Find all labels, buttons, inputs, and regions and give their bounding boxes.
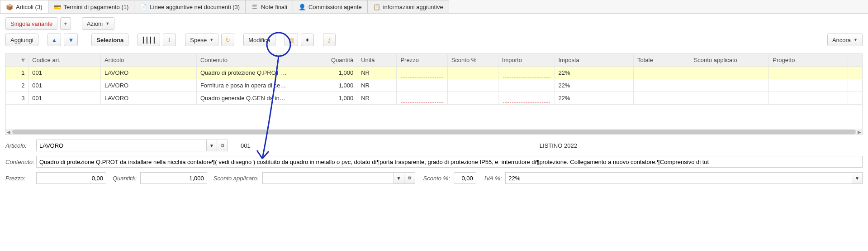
dropdown-button[interactable]: ▼ <box>206 140 217 151</box>
cell-tax: 22% <box>555 79 634 92</box>
cell-proj <box>769 79 848 92</box>
puzzle-button[interactable]: ✦ <box>301 34 314 46</box>
list-icon: ☰ <box>251 3 258 10</box>
table-row[interactable]: 2 001 LAVORO Fornitura e posa in opera d… <box>6 79 862 92</box>
cell-price <box>397 67 447 79</box>
box-icon: 📦 <box>6 3 13 10</box>
cell-amt <box>498 67 555 79</box>
arrow-down-icon: ▼ <box>68 37 74 43</box>
refresh-button[interactable]: ↻ <box>221 34 234 46</box>
ancora-button[interactable]: Ancora▼ <box>827 34 863 46</box>
quantita-input[interactable] <box>140 172 207 184</box>
cell-end <box>848 79 862 92</box>
cell-proj <box>769 92 848 105</box>
scroll-right-icon[interactable]: ▶ <box>857 130 862 135</box>
tab-label: Articoli (3) <box>16 4 43 10</box>
prezzo-input[interactable] <box>36 172 106 184</box>
cell-code: 001 <box>28 79 101 92</box>
prezzo-label: Prezzo: <box>5 175 36 182</box>
sconto-pct-label: Sconto %: <box>423 175 450 182</box>
seleziona-button[interactable]: Seleziona <box>91 34 128 46</box>
cell-unit: NR <box>357 67 397 79</box>
cell-disc <box>447 92 498 105</box>
aggiungi-button[interactable]: Aggiungi <box>5 34 38 46</box>
tab-informazioni-aggiuntive[interactable]: 📋 informazioni aggiuntive <box>367 0 449 13</box>
col-importo[interactable]: Importo <box>498 54 555 67</box>
card-icon: 💳 <box>54 3 61 10</box>
cell-cont: Quadro di protezione Q.PROT … <box>196 67 315 79</box>
card-action-button[interactable]: ▦ <box>285 34 298 46</box>
barcode-icon: ┃┃┃┃ <box>142 37 156 43</box>
cell-code: 001 <box>28 92 101 105</box>
dropdown-button[interactable]: ▼ <box>394 172 404 184</box>
azioni-button[interactable]: Azioni▼ <box>82 17 114 30</box>
add-variant-button[interactable]: + <box>60 17 71 30</box>
iva-input[interactable] <box>505 172 852 184</box>
contenuto-label: Contenuto: <box>5 159 36 165</box>
cell-cont: Quadro generale Q.GEN da in… <box>196 92 315 105</box>
cell-tax: 22% <box>555 67 634 79</box>
cell-unit: NR <box>357 92 397 105</box>
move-down-button[interactable]: ▼ <box>64 34 78 46</box>
sconto-pct-input[interactable] <box>454 172 476 184</box>
cell-qty: 1,000 <box>315 67 357 79</box>
cell-amt <box>498 79 555 92</box>
cell-art: LAVORO <box>100 79 196 92</box>
cell-tot <box>634 92 690 105</box>
puzzle-icon: ✦ <box>305 37 310 43</box>
card-icon: ▦ <box>289 37 294 43</box>
table-row[interactable]: 1 001 LAVORO Quadro di protezione Q.PROT… <box>6 67 862 79</box>
col-unita[interactable]: Unità <box>357 54 397 67</box>
cell-idx: 2 <box>6 79 28 92</box>
tab-commissioni-agente[interactable]: 👤 Commissioni agente <box>293 0 368 13</box>
singola-variante-button[interactable]: Singola variante <box>5 17 57 30</box>
import-button[interactable]: ⬇ <box>163 34 176 46</box>
col-sconto-applicato[interactable]: Sconto applicato <box>690 54 769 67</box>
tab-linee-aggiuntive[interactable]: 📄 Linee aggiuntive nei documenti (3) <box>134 0 246 13</box>
col-sconto[interactable]: Sconto % <box>447 54 498 67</box>
dropdown-button[interactable]: ▼ <box>852 172 863 184</box>
barcode-button[interactable]: ┃┃┃┃ <box>138 34 160 46</box>
col-codice[interactable]: Codice art. <box>28 54 101 67</box>
cell-amt <box>498 92 555 105</box>
articolo-field-group: ▼ ⧉ <box>36 140 228 151</box>
cell-price <box>397 92 447 105</box>
cell-end <box>848 67 862 79</box>
col-quantita[interactable]: Quantità <box>315 54 357 67</box>
person-icon: 👤 <box>299 3 306 10</box>
articles-table-wrap: # Codice art. Articolo Contenuto Quantit… <box>5 53 863 135</box>
modifica-button[interactable]: Modifica <box>243 34 275 46</box>
sconto-applicato-group: ▼ ⧉ <box>262 172 415 184</box>
key-button[interactable]: ⚷ <box>323 34 336 46</box>
contenuto-input[interactable] <box>36 156 863 168</box>
open-button[interactable]: ⧉ <box>217 140 228 151</box>
move-up-button[interactable]: ▲ <box>47 34 62 46</box>
horizontal-scrollbar[interactable]: ◀ ▶ <box>6 129 862 135</box>
col-articolo[interactable]: Articolo <box>100 54 196 67</box>
scroll-left-icon[interactable]: ◀ <box>6 130 11 135</box>
tab-articoli[interactable]: 📦 Articoli (3) <box>0 0 48 13</box>
articolo-input[interactable] <box>36 140 206 151</box>
col-index[interactable]: # <box>6 54 28 67</box>
tab-termini-pagamento[interactable]: 💳 Termini di pagamento (1) <box>48 0 135 13</box>
col-progetto[interactable]: Progetto <box>769 54 848 67</box>
col-prezzo[interactable]: Prezzo <box>397 54 447 67</box>
quantita-label: Quantità: <box>113 175 137 182</box>
info-icon: 📋 <box>373 3 380 10</box>
tab-label: informazioni aggiuntive <box>383 4 443 10</box>
spese-button[interactable]: Spese▼ <box>185 34 218 46</box>
open-button[interactable]: ⧉ <box>404 172 415 184</box>
scrollbar-thumb[interactable] <box>12 130 856 134</box>
col-imposta[interactable]: Imposta <box>555 54 634 67</box>
listino-label: LISTINO 2022 <box>540 142 577 149</box>
cell-disc <box>447 67 498 79</box>
toolbar-row-2: Aggiungi ▲ ▼ Seleziona ┃┃┃┃ ⬇ Spese▼ ↻ M… <box>5 34 863 46</box>
iva-label: IVA %: <box>484 175 502 182</box>
col-totale[interactable]: Totale <box>634 54 690 67</box>
cell-qty: 1,000 <box>315 92 357 105</box>
tab-note-finali[interactable]: ☰ Note finali <box>245 0 293 13</box>
cell-price <box>397 79 447 92</box>
sconto-applicato-input[interactable] <box>262 172 394 184</box>
col-contenuto[interactable]: Contenuto <box>196 54 315 67</box>
table-row[interactable]: 3 001 LAVORO Quadro generale Q.GEN da in… <box>6 92 862 105</box>
